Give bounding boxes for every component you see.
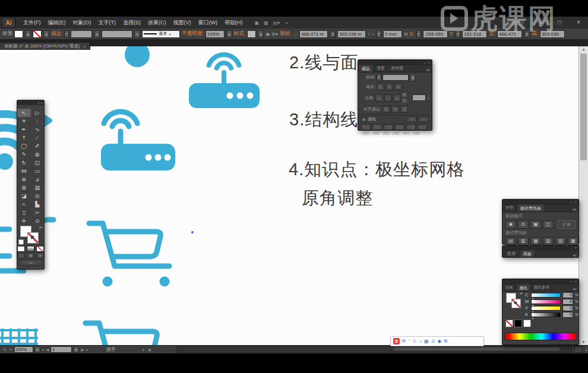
- ellipse-tool[interactable]: ◯: [17, 142, 31, 150]
- fill-swatch[interactable]: [14, 30, 23, 38]
- brush-definition-dropdown[interactable]: 基本 ▾: [142, 30, 180, 38]
- miter-join-button[interactable]: ∟: [375, 94, 383, 102]
- x-stepper[interactable]: ▴▾: [416, 30, 421, 38]
- scrollbar-corner[interactable]: [574, 346, 583, 353]
- stroke-dropdown-icon[interactable]: ▾: [43, 30, 49, 38]
- panel-resize-grip[interactable]: ∷∷: [502, 341, 578, 344]
- tab-artboards[interactable]: 画板: [520, 249, 535, 257]
- scroll-down-icon[interactable]: ▾: [579, 340, 588, 344]
- vertical-scroll-thumb[interactable]: [580, 53, 587, 160]
- panel-menu-icon[interactable]: ▾≡: [573, 207, 578, 211]
- close-document-icon[interactable]: ×: [83, 45, 86, 49]
- projecting-cap-button[interactable]: ▭: [394, 83, 402, 90]
- align-stroke-outside-button[interactable]: ⊐: [400, 106, 408, 113]
- align-menu-icon[interactable]: ⊞▾: [271, 31, 278, 37]
- direct-selection-tool[interactable]: ▷: [31, 109, 45, 117]
- opacity-dropdown[interactable]: ▾: [226, 30, 232, 38]
- divide-button[interactable]: ▤: [505, 237, 516, 245]
- scale-tool[interactable]: ◱: [31, 159, 45, 167]
- minus-back-button[interactable]: ▩: [568, 237, 578, 245]
- canvas-text-line3[interactable]: 3.结构线: [289, 108, 358, 132]
- color-spectrum-bar[interactable]: [505, 333, 576, 340]
- weight-stepper[interactable]: ▴▾: [377, 74, 381, 81]
- black-value-field[interactable]: 0: [562, 312, 573, 318]
- share-icon[interactable]: ➢: [284, 20, 289, 26]
- screen-mode-button[interactable]: ▭▾: [20, 260, 42, 265]
- minus-front-button[interactable]: ◘: [518, 220, 529, 229]
- x-field[interactable]: -255.459: [423, 30, 448, 38]
- draw-behind-mode-button[interactable]: ▣: [27, 252, 34, 258]
- blob-brush-tool[interactable]: ◍: [31, 150, 45, 159]
- scroll-left-icon[interactable]: ◀: [147, 347, 151, 352]
- artboard-tool[interactable]: ▯: [17, 208, 31, 217]
- tab-color-guide[interactable]: 颜色参考: [531, 283, 552, 291]
- menu-view[interactable]: 视图(V): [170, 17, 195, 29]
- pen-tool[interactable]: ✒: [17, 125, 31, 134]
- paintbrush-tool[interactable]: ✐: [31, 142, 45, 150]
- chinese-mode-icon[interactable]: 中: [402, 337, 406, 345]
- emoji-icon[interactable]: ☺: [412, 337, 417, 345]
- canvas-text-line4b[interactable]: 原角调整: [302, 186, 373, 210]
- dash-preserve-button[interactable]: ┅: [406, 116, 417, 122]
- zoom-tool[interactable]: ⊙: [31, 217, 45, 225]
- intersect-button[interactable]: ▣: [530, 220, 541, 229]
- toolbox-icon[interactable]: ⚙: [444, 337, 448, 345]
- merge-button[interactable]: ▦: [530, 237, 541, 245]
- black-swatch[interactable]: [514, 320, 522, 327]
- style-dropdown[interactable]: ▾: [258, 30, 264, 38]
- white-swatch[interactable]: [523, 320, 531, 327]
- cyan-value-field[interactable]: 0: [562, 292, 573, 298]
- tab-gradient[interactable]: 渐变: [374, 64, 388, 72]
- rotate-tool[interactable]: ↻: [17, 159, 31, 167]
- canvas[interactable]: 2.线与面 3.结构线 4.知识点：极坐标网格 原角调整: [0, 46, 579, 345]
- dashed-line-checkbox[interactable]: –: [361, 117, 366, 122]
- y-field[interactable]: 151.518: [462, 30, 487, 38]
- vertical-scrollbar[interactable]: ▴ ▾: [578, 46, 588, 345]
- first-artboard-button[interactable]: ⇤: [42, 347, 46, 352]
- dash-field-3[interactable]: [406, 124, 416, 130]
- swap-colors-icon[interactable]: ⇄: [520, 291, 523, 295]
- account-icon[interactable]: ♙: [431, 337, 435, 345]
- yellow-value-field[interactable]: 0: [562, 305, 573, 311]
- line-segment-tool[interactable]: ∕: [31, 134, 45, 142]
- recolor-artwork-icon[interactable]: ◉: [265, 31, 270, 37]
- curvature-tool[interactable]: ∿: [31, 125, 45, 134]
- bevel-join-button[interactable]: ◺: [393, 94, 401, 102]
- tab-stroke[interactable]: 描边: [358, 64, 374, 72]
- round-join-button[interactable]: ◟: [384, 94, 392, 102]
- draw-normal-mode-button[interactable]: ▢: [17, 252, 25, 258]
- free-transform-tool[interactable]: ▭: [31, 167, 45, 175]
- canvas-text-line2[interactable]: 2.线与面: [289, 51, 358, 75]
- skin-icon[interactable]: ◆: [438, 337, 441, 345]
- voice-input-icon[interactable]: ♪: [419, 337, 422, 345]
- artboard-field[interactable]: 1: [50, 346, 72, 353]
- magenta-value-field[interactable]: 0: [562, 299, 573, 305]
- tab-align[interactable]: 对齐: [502, 204, 517, 211]
- panel-toggle-icon[interactable]: ▣: [255, 20, 260, 26]
- width-field[interactable]: 466.471: [497, 30, 522, 38]
- gap-field-1[interactable]: [372, 124, 382, 130]
- style-swatch[interactable]: [247, 30, 256, 38]
- tab-color[interactable]: 颜色: [516, 283, 531, 291]
- shape-builder-tool[interactable]: ⊕: [17, 175, 31, 184]
- tab-pathfinder[interactable]: 路径查找器: [517, 204, 545, 211]
- search-input[interactable]: ○: [506, 20, 525, 26]
- type-tool[interactable]: T: [17, 134, 31, 142]
- last-artboard-button[interactable]: ⇥: [84, 347, 88, 352]
- magenta-slider[interactable]: ▴: [531, 299, 561, 304]
- arrange-documents-icon[interactable]: ▦: [264, 20, 268, 26]
- stroke-weight-stepper[interactable]: ▴▾: [64, 30, 69, 38]
- menu-help[interactable]: 帮助(H): [221, 17, 246, 29]
- weight-dropdown[interactable]: ▾: [410, 74, 416, 81]
- stroke-none-swatch[interactable]: [511, 299, 521, 308]
- eyedropper-tool[interactable]: ◪: [17, 192, 31, 200]
- shape-height-field[interactable]: 303.036 m: [337, 30, 366, 38]
- limit-field[interactable]: [412, 94, 426, 101]
- none-color-swatch[interactable]: [505, 320, 513, 327]
- minimize-button[interactable]: –: [531, 17, 550, 29]
- stroke-color-swatch[interactable]: [27, 232, 39, 244]
- fill-dropdown-icon[interactable]: ▾: [25, 30, 31, 38]
- y-stepper[interactable]: ▴▾: [456, 30, 460, 38]
- weight-field[interactable]: [382, 74, 409, 81]
- blend-tool[interactable]: ◎: [31, 192, 45, 200]
